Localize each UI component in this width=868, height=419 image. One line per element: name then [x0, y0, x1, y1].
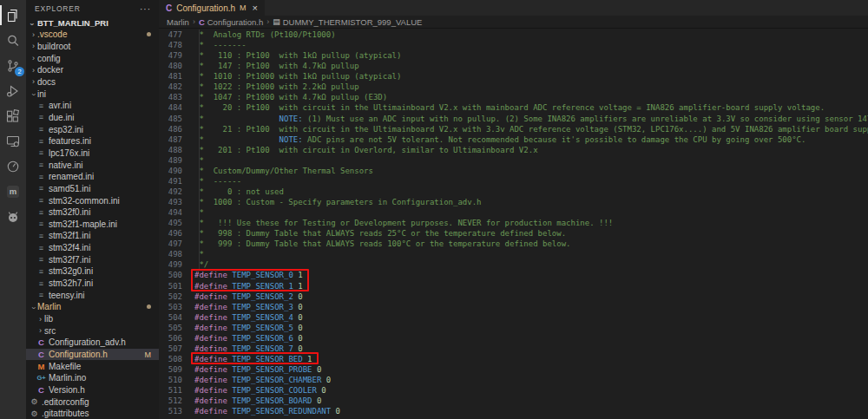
- tree-item--gitattributes[interactable]: ⚙.gitattributes: [26, 408, 159, 419]
- code-line[interactable]: 496 * 998 : Dummy Table that ALWAYS read…: [159, 228, 868, 239]
- code-line[interactable]: 502#define TEMP_SENSOR_2 0: [159, 291, 868, 302]
- explorer-icon[interactable]: [0, 3, 26, 28]
- code-line[interactable]: 505#define TEMP_SENSOR_5 0: [159, 323, 868, 333]
- tree-item-docs[interactable]: ›docs: [26, 76, 159, 88]
- tab-git-modified-badge: M: [240, 3, 247, 12]
- marlin-auto-build-icon[interactable]: m: [0, 179, 26, 204]
- code-line[interactable]: 500#define TEMP_SENSOR_0 1: [159, 270, 868, 280]
- code-line[interactable]: 493 * 1000 : Custom - Specify parameters…: [159, 197, 868, 207]
- tree-item-stm32f7-ini[interactable]: ≡stm32f7.ini: [26, 253, 159, 265]
- tree-item-buildroot[interactable]: ›buildroot: [26, 41, 159, 53]
- code-line[interactable]: 491 * ------: [159, 176, 868, 187]
- git-modified-dot: [147, 304, 151, 309]
- code-line[interactable]: 488 * 201 : Pt100 with circuit in Overlo…: [159, 145, 868, 155]
- code-line[interactable]: 479 * 110 : Pt100 with 1kΩ pullup (atypi…: [159, 50, 868, 61]
- vscode-window: 2m EXPLORER ··· › BTT_MARLIN_PRI ›.vscod…: [0, 0, 868, 419]
- tree-item-renamed-ini[interactable]: ≡renamed.ini: [26, 171, 159, 183]
- code-line[interactable]: 507#define TEMP_SENSOR_7 0: [159, 344, 868, 354]
- code-line[interactable]: 497 * 999 : Dummy Table that ALWAYS read…: [159, 239, 868, 249]
- tree-item-stm32f4-ini[interactable]: ≡stm32f4.ini: [26, 242, 159, 254]
- code-line[interactable]: 503#define TEMP_SENSOR_3 0: [159, 302, 868, 312]
- code-line[interactable]: 510#define TEMP_SENSOR_CHAMBER 0: [159, 375, 868, 385]
- code-line[interactable]: 512#define TEMP_SENSOR_BOARD 0: [159, 396, 868, 406]
- code-line[interactable]: 490 * Custom/Dummy/Other Thermal Sensors: [159, 166, 868, 176]
- tree-item-lib[interactable]: ›lib: [26, 313, 159, 325]
- line-number: 485: [159, 114, 182, 124]
- tree-item-lpc176x-ini[interactable]: ≡lpc176x.ini: [26, 147, 159, 160]
- tree-item-samd51-ini[interactable]: ≡samd51.ini: [26, 183, 159, 195]
- tree-item-esp32-ini[interactable]: ≡esp32.ini: [26, 123, 159, 135]
- code-line[interactable]: 485 * NOTE: (1) Must use an ADC input wi…: [159, 114, 868, 124]
- code-line[interactable]: 511#define TEMP_SENSOR_COOLER 0: [159, 385, 868, 396]
- code-line[interactable]: 501#define TEMP_SENSOR_1 1: [159, 281, 868, 291]
- ini-lines-file-icon: ≡: [36, 148, 46, 157]
- tree-item-marlin[interactable]: ›Marlin: [26, 301, 159, 313]
- ini-lines-file-icon: ≡: [36, 160, 46, 169]
- tree-item-stm32g0-ini[interactable]: ≡stm32g0.ini: [26, 265, 159, 278]
- code-line[interactable]: 477 * Analog RTDs (Pt100/Pt1000): [159, 29, 868, 40]
- code-line[interactable]: 495 * !!! Use these for Testing or Devel…: [159, 218, 868, 228]
- code-line[interactable]: 513#define TEMP_SENSOR_REDUNDANT 0: [159, 406, 868, 416]
- gauge-icon[interactable]: [0, 154, 26, 179]
- code-line[interactable]: 504#define TEMP_SENSOR_4 0: [159, 312, 868, 323]
- tree-item-native-ini[interactable]: ≡native.ini: [26, 159, 159, 171]
- code-line[interactable]: 508#define TEMP_SENSOR_BED 1: [159, 354, 868, 364]
- code-line[interactable]: 499 */: [159, 259, 868, 270]
- code-line[interactable]: 489 *: [159, 155, 868, 166]
- tree-item--vscode[interactable]: ›.vscode: [26, 29, 159, 41]
- tree-item-stm32f1-maple-ini[interactable]: ≡stm32f1-maple.ini: [26, 219, 159, 231]
- tree-item-docker[interactable]: ›docker: [26, 64, 159, 76]
- tree-item-makefile[interactable]: MMakefile: [26, 360, 159, 372]
- code-line[interactable]: 480 * 147 : Pt100 with 4.7kΩ pullup: [159, 61, 868, 71]
- code-text: #define TEMP_SENSOR_BED 1: [194, 354, 312, 364]
- tree-item-version-h[interactable]: CVersion.h: [26, 384, 159, 396]
- breadcrumb-item[interactable]: Marlin: [167, 17, 189, 27]
- tree-item-teensy-ini[interactable]: ≡teensy.ini: [26, 289, 159, 301]
- tree-item-src[interactable]: ›src: [26, 324, 159, 337]
- code-line[interactable]: 481 * 1010 : Pt1000 with 1kΩ pullup (aty…: [159, 71, 868, 82]
- explorer-sidebar: EXPLORER ··· › BTT_MARLIN_PRI ›.vscode›b…: [26, 0, 159, 419]
- code-line[interactable]: 483 * 1047 : Pt1000 with 4.7kΩ pullup (E…: [159, 92, 868, 102]
- ini-lines-file-icon: ≡: [36, 173, 46, 181]
- search-icon[interactable]: [0, 28, 26, 53]
- code-line[interactable]: 509#define TEMP_SENSOR_PROBE 0: [159, 364, 868, 375]
- code-line[interactable]: 486 * 21 : Pt100 with circuit in the Ult…: [159, 124, 868, 134]
- code-line[interactable]: 494 *: [159, 207, 868, 218]
- tree-item-due-ini[interactable]: ≡due.ini: [26, 112, 159, 124]
- tree-item-stm32-common-ini[interactable]: ≡stm32-common.ini: [26, 194, 159, 206]
- explorer-more-actions-button[interactable]: ···: [140, 4, 151, 14]
- tree-item-marlin-ino[interactable]: G+Marlin.ino: [26, 372, 159, 384]
- code-line[interactable]: 506#define TEMP_SENSOR_6 0: [159, 333, 868, 344]
- tree-item-avr-ini[interactable]: ≡avr.ini: [26, 100, 159, 112]
- platformio-icon[interactable]: [0, 204, 26, 229]
- breadcrumb-item[interactable]: ▤DUMMY_THERMISTOR_999_VALUE: [273, 17, 422, 27]
- tree-item--editorconfig[interactable]: ⚙.editorconfig: [26, 396, 159, 408]
- code-line[interactable]: 498 *: [159, 249, 868, 259]
- tree-item-ini[interactable]: ›ini: [26, 88, 159, 100]
- tree-item-stm32f1-ini[interactable]: ≡stm32f1.ini: [26, 230, 159, 242]
- code-line[interactable]: 482 * 1022 : Pt1000 with 2.2kΩ pullup: [159, 82, 868, 92]
- source-control-icon[interactable]: 2: [0, 53, 26, 78]
- tree-item-features-ini[interactable]: ≡features.ini: [26, 135, 159, 147]
- code-line[interactable]: 478 * -------: [159, 40, 868, 50]
- code-text: * 0 : not used: [194, 187, 284, 197]
- tab-configuration-h[interactable]: C Configuration.h M ×: [159, 0, 265, 16]
- workspace-root-row[interactable]: › BTT_MARLIN_PRI: [26, 17, 159, 29]
- tree-item-stm32f0-ini[interactable]: ≡stm32f0.ini: [26, 206, 159, 219]
- code-area[interactable]: 477 * Analog RTDs (Pt100/Pt1000)478 * --…: [159, 29, 868, 419]
- breadcrumb-item[interactable]: CConfiguration.h: [199, 17, 263, 27]
- breadcrumb-separator: ›: [193, 17, 195, 26]
- ini-lines-file-icon: ≡: [36, 208, 46, 217]
- remote-explorer-icon[interactable]: [0, 128, 26, 154]
- tree-item-config[interactable]: ›config: [26, 52, 159, 64]
- run-debug-icon[interactable]: [0, 78, 26, 103]
- tree-item-configuration-adv-h[interactable]: CConfiguration_adv.h: [26, 337, 159, 349]
- tree-item-stm32h7-ini[interactable]: ≡stm32h7.ini: [26, 278, 159, 290]
- tree-item-configuration-h[interactable]: CConfiguration.hM: [26, 349, 159, 361]
- close-icon[interactable]: ×: [253, 3, 258, 13]
- code-line[interactable]: 487 * NOTE: ADC pins are not 5V tolerant…: [159, 134, 868, 145]
- extensions-icon[interactable]: [0, 103, 26, 128]
- code-line[interactable]: 484 * 20 : Pt100 with circuit in the Ult…: [159, 102, 868, 113]
- code-text: * 110 : Pt100 with 1kΩ pullup (atypical): [194, 50, 401, 61]
- code-line[interactable]: 492 * 0 : not used: [159, 187, 868, 197]
